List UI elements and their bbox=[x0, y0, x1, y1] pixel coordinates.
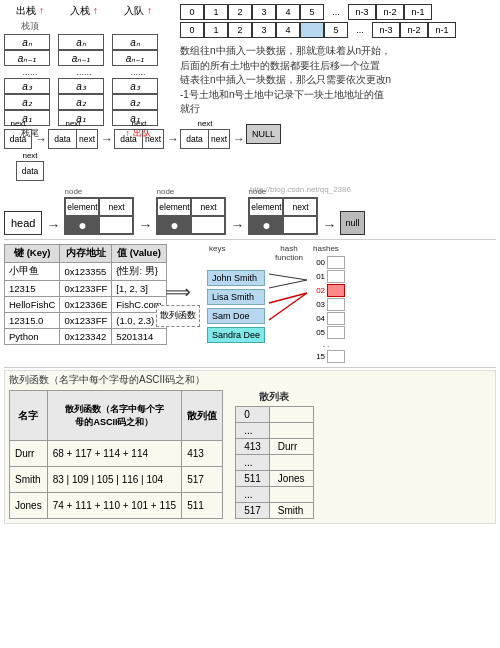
sec6-cols: 名字 散列函数（名字中每个字母的ASCII码之和） 散列值 Durr 68 + … bbox=[9, 390, 491, 519]
a1-1: 1 bbox=[204, 4, 228, 20]
kv-r2-key: 12315 bbox=[5, 281, 60, 297]
stack2-header: 入栈 ↑ bbox=[58, 4, 110, 18]
a2-3: 3 bbox=[252, 22, 276, 38]
hash-fn-section: ⟹ 散列函数 bbox=[153, 244, 203, 363]
kv-r4-key: 12315.0 bbox=[5, 313, 60, 329]
ll-next-box1: data bbox=[4, 129, 32, 149]
hd-n2-dot: ● bbox=[157, 216, 191, 234]
ht-row-dots1: ... bbox=[236, 423, 313, 439]
kv-r2-addr: 0x1233FF bbox=[60, 281, 112, 297]
hd-n2-next: next bbox=[191, 198, 225, 216]
hv-box-05 bbox=[327, 326, 345, 339]
sec6-durr-name: Durr bbox=[10, 441, 48, 467]
s2-cell-a2: a₂ bbox=[58, 94, 104, 110]
hv-box-01 bbox=[327, 270, 345, 283]
a1-0: 0 bbox=[180, 4, 204, 20]
a1-5: 5 bbox=[300, 4, 324, 20]
sec6-jones-hash: 511 bbox=[182, 493, 223, 519]
ht-idx-dots1: ... bbox=[236, 423, 270, 439]
hv-box-02 bbox=[327, 284, 345, 297]
q-cell-a3: a₃ bbox=[112, 78, 158, 94]
sec6-durr-hash: 413 bbox=[182, 441, 223, 467]
a1-dots: ... bbox=[324, 4, 348, 20]
sec6-durr-calc: 68 + 117 + 114 + 114 bbox=[47, 441, 181, 467]
ll-section: next data → next data next → bbox=[0, 117, 500, 183]
a2-5-hl bbox=[300, 22, 324, 38]
kv-row4: 12315.0 0x1233FF (1.0, 2.3) bbox=[5, 313, 167, 329]
q-cell-an1: aₙ₋₁ bbox=[112, 50, 158, 66]
kv-section: 键 (Key) 内存地址 值 (Value) 小甲鱼 0x123355 {性别:… bbox=[4, 244, 149, 363]
hv-box-04 bbox=[327, 312, 345, 325]
sec6-header: 散列函数（名字中每个字母的ASCII码之和） bbox=[9, 373, 491, 387]
ll-arrow1: → bbox=[35, 132, 47, 146]
url-watermark: http://blog.csdn.net/qq_2386 bbox=[250, 185, 351, 194]
head-box: head bbox=[4, 211, 42, 235]
a2-4: 4 bbox=[276, 22, 300, 38]
hv-b04: 04 bbox=[313, 312, 345, 325]
kv-r1-key: 小甲鱼 bbox=[5, 263, 60, 281]
hash-arrows-svg bbox=[267, 265, 311, 340]
section6: 散列函数（名字中每个字母的ASCII码之和） 名字 散列函数（名字中每个字母的A… bbox=[4, 370, 496, 524]
hv-keys-label: keys bbox=[209, 244, 225, 253]
sec6-smith-name: Smith bbox=[10, 467, 48, 493]
kv-table: 键 (Key) 内存地址 值 (Value) 小甲鱼 0x123355 {性别:… bbox=[4, 244, 167, 345]
section1: 出栈 ↑ 入栈 ↑ 入队 ↑ 栈顶 bbox=[0, 0, 500, 115]
ll-node-dots: next data next bbox=[114, 119, 164, 149]
a2-1: 1 bbox=[204, 22, 228, 38]
extra-next-node: next data bbox=[16, 151, 44, 181]
ll-node1-next: next bbox=[76, 129, 98, 149]
ll-node4-next: next bbox=[208, 129, 230, 149]
sec6-row-durr: Durr 68 + 117 + 114 + 114 413 bbox=[10, 441, 223, 467]
kv-h2: 内存地址 bbox=[60, 245, 112, 263]
left-diagrams: 出栈 ↑ 入栈 ↑ 入队 ↑ 栈顶 bbox=[4, 4, 174, 115]
hd-n3-element: element bbox=[249, 198, 283, 216]
hv-b03: 03 bbox=[313, 298, 345, 311]
kv-r3-addr: 0x12336E bbox=[60, 297, 112, 313]
ll-node4-data: data bbox=[180, 129, 208, 149]
a2-5: 5 bbox=[324, 22, 348, 38]
hd-arrow3: → bbox=[230, 217, 244, 233]
kv-r4-addr: 0x1233FF bbox=[60, 313, 112, 329]
hd-node2: node element next ● bbox=[156, 187, 226, 235]
queue-header: 入队 ↑ bbox=[112, 4, 164, 18]
array-section: 0 1 2 3 4 5 ... n-3 n-2 n-1 0 1 2 3 bbox=[180, 4, 496, 38]
right-content: 0 1 2 3 4 5 ... n-3 n-2 n-1 0 1 2 3 bbox=[174, 4, 496, 115]
sec6-col-calc: 散列函数（名字中每个字母的ASCII码之和） bbox=[47, 391, 181, 441]
hv-box-00 bbox=[327, 256, 345, 269]
sec6-hash-tbl-title: 散列表 bbox=[235, 390, 313, 404]
s1-cell-an: aₙ bbox=[4, 34, 50, 50]
ll-next-node1: next data bbox=[4, 119, 32, 149]
ll-node1-next-lbl: next bbox=[65, 119, 80, 128]
kv-row1: 小甲鱼 0x123355 {性别: 男} bbox=[5, 263, 167, 281]
ht-val-511: Jones bbox=[269, 471, 313, 487]
sec6-smith-hash: 517 bbox=[182, 467, 223, 493]
main-container: 出栈 ↑ 入栈 ↑ 入队 ↑ 栈顶 bbox=[0, 0, 500, 648]
hv-key-sam: Sam Doe bbox=[207, 308, 265, 324]
ll-row: next data → next data next → bbox=[4, 119, 496, 149]
hd-n1-element: element bbox=[65, 198, 99, 216]
hv-hashes-list: 00 01 02 03 bbox=[313, 256, 345, 363]
divider1 bbox=[4, 239, 496, 240]
a1-n3: n-3 bbox=[348, 4, 376, 20]
svg-line-3 bbox=[269, 293, 307, 320]
sec6-left-table: 名字 散列函数（名字中每个字母的ASCII码之和） 散列值 Durr 68 + … bbox=[9, 390, 223, 519]
ll-node3-next: next bbox=[142, 129, 164, 149]
sec6-smith-calc: 83 | 109 | 105 | 116 | 104 bbox=[47, 467, 181, 493]
stack1-top-label: 栈顶 bbox=[4, 20, 56, 33]
hash-big-arrow: ⟹ bbox=[165, 281, 191, 303]
a2-0: 0 bbox=[180, 22, 204, 38]
ht-val-dots2 bbox=[269, 455, 313, 471]
hv-b01: 01 bbox=[313, 270, 345, 283]
q-cell-an: aₙ bbox=[112, 34, 158, 50]
s2-cell-an1: aₙ₋₁ bbox=[58, 50, 104, 66]
hd-n2-element: element bbox=[157, 198, 191, 216]
hv-b00: 00 bbox=[313, 256, 345, 269]
hv-key-lisa: Lisa Smith bbox=[207, 289, 265, 305]
section5: 键 (Key) 内存地址 值 (Value) 小甲鱼 0x123355 {性别:… bbox=[0, 242, 500, 365]
s1-cell-an1: aₙ₋₁ bbox=[4, 50, 50, 66]
hd-arrow4: → bbox=[322, 217, 336, 233]
hv-b-dots: . . bbox=[313, 340, 345, 349]
s1-cell-a3: a₃ bbox=[4, 78, 50, 94]
kv-row5: Python 0x123342 5201314 bbox=[5, 329, 167, 345]
sec6-hash-tbl: 0 ... 413 Durr ... bbox=[235, 406, 313, 519]
